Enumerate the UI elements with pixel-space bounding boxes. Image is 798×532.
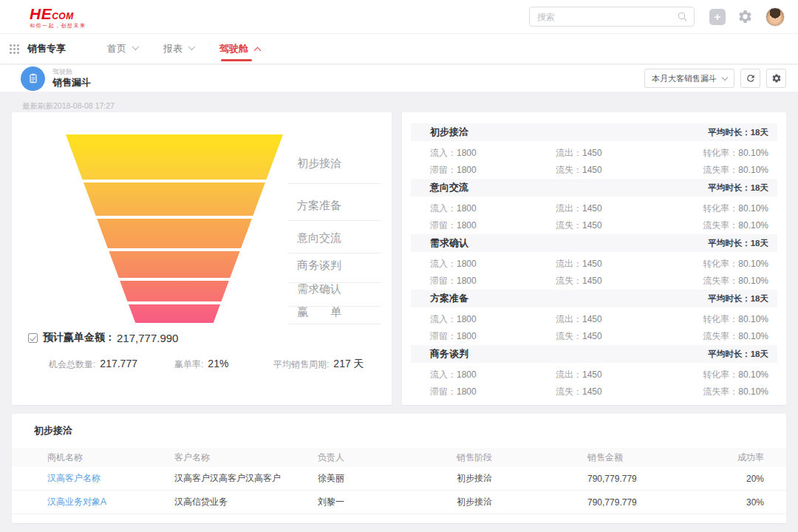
stage-avg-duration: 平均时长：18天 xyxy=(708,127,768,138)
refresh-button[interactable] xyxy=(740,69,760,88)
global-search[interactable] xyxy=(529,7,695,27)
funnel-stage-label: 赢单 xyxy=(297,305,384,319)
funnel-filter-select[interactable]: 本月大客销售漏斗 xyxy=(644,69,734,88)
settings-button[interactable] xyxy=(766,69,786,88)
column-header: 销售阶段 xyxy=(457,451,587,464)
cell-sales-stage: 初步接洽 xyxy=(457,496,587,508)
metric-stagnant: 滞留：1800 xyxy=(430,328,556,345)
metric-conversion-rate: 转化率：80.10% xyxy=(703,256,768,273)
page-header: 驾驶舱 销售漏斗 本月大客销售漏斗 xyxy=(0,65,798,92)
funnel-segment-1[interactable] xyxy=(12,134,337,180)
stage-card: 商务谈判 平均时长：18天 流入：1800 流出：1450 转化率：80.10%… xyxy=(402,345,786,400)
metric-lost: 流失：1450 xyxy=(556,162,703,179)
funnel-panel: 初步接洽方案准备意向交流商务谈判需求确认赢单 预计赢单金额： 217,777.9… xyxy=(12,112,392,405)
metric-inflow: 流入：1800 xyxy=(430,200,556,217)
cell-opportunity-name[interactable]: 汉高客户名称 xyxy=(47,472,174,485)
refresh-icon xyxy=(746,73,756,83)
user-avatar[interactable] xyxy=(765,7,785,27)
metric-loss-rate: 流失率：80.10% xyxy=(703,383,768,400)
funnel-segment-5[interactable] xyxy=(12,281,337,301)
page-title: 销售漏斗 xyxy=(52,78,91,88)
stage-card: 意向交流 平均时长：18天 流入：1800 流出：1450 转化率：80.10%… xyxy=(402,179,786,234)
opportunities-panel: 初步接洽 商机名称客户名称负责人销售阶段销售金额成功率 汉高客户名称 汉高客户汉… xyxy=(12,414,786,523)
table-header: 商机名称客户名称负责人销售阶段销售金额成功率 xyxy=(12,448,786,467)
funnel-stat: 机会总数量: 217.777 xyxy=(49,358,137,371)
nav-item-home[interactable]: 首页 xyxy=(107,34,138,64)
cell-owner: 徐美丽 xyxy=(318,472,457,485)
page-title-block: 驾驶舱 销售漏斗 xyxy=(52,69,91,88)
column-header: 商机名称 xyxy=(47,451,174,464)
metric-lost: 流失：1450 xyxy=(556,217,703,234)
stage-metrics-panel: 初步接洽 平均时长：18天 流入：1800 流出：1450 转化率：80.10%… xyxy=(402,112,786,405)
workspace-title: 销售专享 xyxy=(27,42,66,55)
nav-item-cockpit[interactable]: 驾驶舱 xyxy=(219,34,260,64)
column-header: 销售金额 xyxy=(587,451,728,464)
metric-outflow: 流出：1450 xyxy=(556,366,703,383)
stage-card-header: 需求确认 平均时长：18天 xyxy=(411,234,777,252)
funnel-stat: 赢单率: 21% xyxy=(174,358,228,371)
funnel-segment-6[interactable] xyxy=(12,304,337,323)
table-row[interactable]: 汉高业务对象A 汉高信贷业务 刘黎一 初步接洽 790,779.779 30% xyxy=(12,491,786,514)
stage-cards: 初步接洽 平均时长：18天 流入：1800 流出：1450 转化率：80.10%… xyxy=(402,112,786,400)
stage-card-header: 商务谈判 平均时长：18天 xyxy=(411,345,777,363)
metric-outflow: 流出：1450 xyxy=(556,200,703,217)
gear-icon[interactable] xyxy=(737,9,753,24)
funnel-segment-3[interactable] xyxy=(12,219,337,248)
chevron-up-icon xyxy=(254,47,262,54)
funnel-segment-4[interactable] xyxy=(12,251,337,278)
metric-conversion-rate: 转化率：80.10% xyxy=(703,366,768,383)
metric-loss-rate: 流失率：80.10% xyxy=(703,162,768,179)
checkbox-icon[interactable] xyxy=(28,333,38,343)
content-area: 最新刷新2018-08-08 17:27 初步接洽方案准备意向交流商务谈判需求确… xyxy=(0,92,798,532)
stage-card-title: 初步接洽 xyxy=(430,126,468,139)
breadcrumb: 驾驶舱 xyxy=(52,69,91,76)
metric-lost: 流失：1450 xyxy=(556,328,703,345)
stage-card: 需求确认 平均时长：18天 流入：1800 流出：1450 转化率：80.10%… xyxy=(402,234,786,290)
metric-conversion-rate: 转化率：80.10% xyxy=(703,200,768,217)
column-header: 客户名称 xyxy=(174,451,318,464)
metric-stagnant: 滞留：1800 xyxy=(430,162,556,179)
table-title: 初步接洽 xyxy=(12,414,786,437)
stat-value: 217 天 xyxy=(333,358,364,371)
funnel-stats-row: 机会总数量: 217.777 赢单率: 21% 平均销售周期: 217 天 xyxy=(12,358,392,372)
metric-stagnant: 滞留：1800 xyxy=(430,383,556,400)
stage-card-header: 初步接洽 平均时长：18天 xyxy=(411,123,777,141)
cell-owner: 刘黎一 xyxy=(318,496,457,508)
app-grid-icon[interactable] xyxy=(9,44,20,55)
metric-stagnant: 滞留：1800 xyxy=(430,217,556,234)
chevron-down-icon xyxy=(722,74,728,80)
stat-value: 217.777 xyxy=(100,358,137,369)
hecom-logo[interactable]: HECOM 和你一起，创想未来 xyxy=(30,6,86,28)
stat-label: 机会总数量: xyxy=(49,358,95,371)
stage-avg-duration: 平均时长：18天 xyxy=(708,238,768,249)
metric-loss-rate: 流失率：80.10% xyxy=(703,217,768,234)
cell-sales-amount: 790,779.779 xyxy=(587,474,728,484)
dashboard-icon xyxy=(21,66,45,91)
chevron-down-icon xyxy=(132,43,140,50)
chevron-down-icon xyxy=(188,43,196,50)
table-body: 汉高客户名称 汉高客户汉高客户汉高客户 徐美丽 初步接洽 790,779.779… xyxy=(12,467,786,514)
cell-success-rate: 30% xyxy=(728,497,764,508)
table-row[interactable]: 汉高客户名称 汉高客户汉高客户汉高客户 徐美丽 初步接洽 790,779.779… xyxy=(12,467,786,491)
nav-item-reports[interactable]: 报表 xyxy=(163,34,194,64)
metric-inflow: 流入：1800 xyxy=(430,311,556,328)
add-icon[interactable]: + xyxy=(709,9,726,25)
stage-card: 初步接洽 平均时长：18天 流入：1800 流出：1450 转化率：80.10%… xyxy=(402,123,786,179)
funnel-stage-label: 方案准备 xyxy=(297,199,384,213)
search-icon[interactable] xyxy=(677,11,688,22)
funnel-segment-2[interactable] xyxy=(12,183,337,216)
logo-tagline: 和你一起，创想未来 xyxy=(30,23,86,28)
search-input[interactable] xyxy=(530,12,677,22)
funnel-stage-label: 需求确认 xyxy=(297,282,384,296)
cell-opportunity-name[interactable]: 汉高业务对象A xyxy=(47,496,174,508)
metric-inflow: 流入：1800 xyxy=(430,145,556,162)
stage-card-header: 意向交流 平均时长：18天 xyxy=(411,179,777,197)
page-header-controls: 本月大客销售漏斗 xyxy=(644,69,786,88)
stage-card-metrics: 流入：1800 流出：1450 转化率：80.10% 滞留：1800 流失：14… xyxy=(402,197,786,234)
funnel-stage-label: 初步接洽 xyxy=(297,157,384,171)
cell-success-rate: 20% xyxy=(728,474,764,484)
funnel-stage-label: 意向交流 xyxy=(297,231,384,245)
stat-value: 21% xyxy=(208,358,228,369)
funnel-stage-label: 商务谈判 xyxy=(297,259,384,273)
metric-conversion-rate: 转化率：80.10% xyxy=(703,311,768,328)
